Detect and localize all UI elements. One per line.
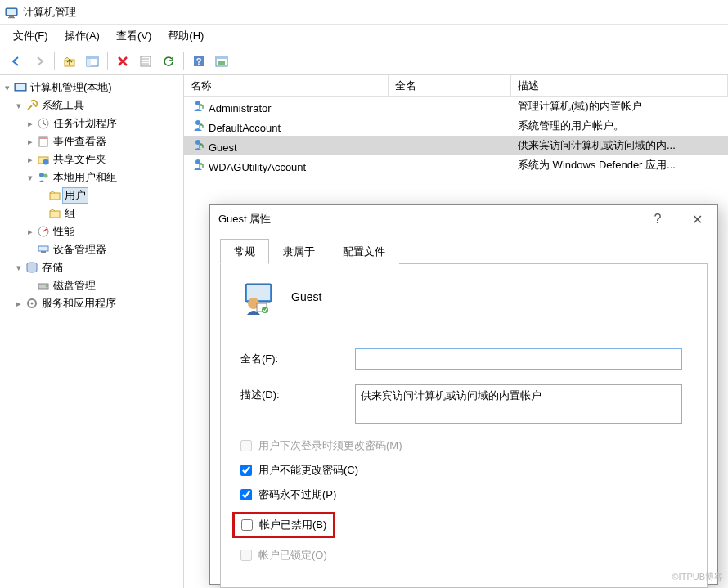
- user-icon: [191, 99, 205, 112]
- tree-label: 服务和应用程序: [39, 295, 119, 312]
- chk-neverexpire[interactable]: 密码永不过期(P): [240, 487, 687, 502]
- menu-file[interactable]: 文件(F): [5, 25, 56, 47]
- tree-users[interactable]: 用户: [2, 186, 182, 204]
- chk-disabled[interactable]: 帐户已禁用(B): [241, 518, 326, 532]
- svg-rect-41: [247, 285, 270, 300]
- tab-profile[interactable]: 配置文件: [329, 239, 399, 264]
- chk-neverexpire-label: 密码永不过期(P): [258, 487, 336, 502]
- svg-point-25: [44, 174, 48, 178]
- cell-fullname: [389, 164, 511, 167]
- chk-disabled-label: 帐户已禁用(B): [259, 518, 326, 532]
- username-label: Guest: [291, 290, 321, 303]
- tab-memberof[interactable]: 隶属于: [269, 239, 329, 264]
- list-header: 名称 全名 描述: [184, 75, 728, 97]
- show-hide-tree-button[interactable]: [83, 52, 102, 71]
- tree-groups[interactable]: 组: [2, 204, 182, 222]
- window-title: 计算机管理: [23, 5, 76, 20]
- forward-button[interactable]: [29, 52, 49, 71]
- svg-rect-26: [50, 193, 60, 200]
- cell-name: Administrator: [209, 102, 272, 114]
- users-icon: [36, 171, 51, 184]
- folder-share-icon: [36, 153, 51, 166]
- cell-fullname: [389, 144, 511, 147]
- svg-point-43: [262, 307, 268, 313]
- refresh-button[interactable]: [159, 52, 178, 71]
- col-desc[interactable]: 描述: [511, 75, 728, 97]
- help-button[interactable]: ?: [645, 212, 670, 227]
- separator: [54, 52, 55, 70]
- fullname-input[interactable]: [355, 348, 682, 370]
- chk-locked-box: [240, 550, 252, 561]
- back-button[interactable]: [7, 52, 26, 71]
- tab-general[interactable]: 常规: [220, 239, 269, 264]
- svg-rect-1: [7, 9, 16, 15]
- desc-label: 描述(D):: [240, 384, 355, 402]
- tree-sharedfolders[interactable]: ▸ 共享文件夹: [2, 150, 182, 168]
- col-name[interactable]: 名称: [184, 75, 389, 97]
- tree-tasksched[interactable]: ▸ 任务计划程序: [2, 114, 182, 132]
- tree-localusers[interactable]: ▾ 本地用户和组: [2, 168, 182, 186]
- tree-root[interactable]: ▾ 计算机管理(本地): [2, 79, 182, 97]
- tree-storage[interactable]: ▾ 存储: [2, 258, 182, 276]
- close-button[interactable]: ✕: [685, 212, 709, 227]
- collapse-icon[interactable]: ▾: [25, 173, 36, 183]
- collapse-icon[interactable]: ▾: [13, 263, 25, 273]
- menu-action[interactable]: 操作(A): [56, 25, 108, 47]
- list-row[interactable]: WDAGUtilityAccount系统为 Windows Defender 应…: [184, 155, 728, 175]
- collapse-icon[interactable]: ▾: [13, 101, 25, 111]
- delete-button[interactable]: [113, 52, 133, 71]
- chk-mustchange-label: 用户下次登录时须更改密码(M): [258, 438, 402, 453]
- chk-cantchange-box[interactable]: [240, 465, 252, 476]
- svg-rect-7: [87, 59, 91, 66]
- list-row[interactable]: Guest供来宾访问计算机或访问域的内...: [184, 136, 728, 155]
- computer-mgmt-icon: [13, 81, 28, 94]
- list-row[interactable]: Administrator管理计算机(域)的内置帐户: [184, 97, 728, 116]
- list-row[interactable]: DefaultAccount系统管理的用户帐户。: [184, 116, 728, 136]
- dialog-titlebar[interactable]: Guest 属性 ? ✕: [210, 205, 717, 233]
- tree-label: 组: [62, 205, 78, 222]
- expand-icon[interactable]: ▸: [25, 119, 36, 129]
- expand-icon[interactable]: ▸: [13, 298, 25, 309]
- folder-icon: [47, 207, 62, 220]
- tree-label: 任务计划程序: [51, 115, 119, 132]
- menu-help[interactable]: 帮助(H): [160, 25, 212, 47]
- svg-point-36: [195, 101, 200, 105]
- cell-fullname: [389, 105, 511, 108]
- expand-icon[interactable]: ▸: [25, 137, 36, 147]
- tree-label: 本地用户和组: [51, 169, 119, 186]
- device-icon: [36, 243, 51, 256]
- app-icon: [5, 6, 18, 19]
- expand-icon[interactable]: ▸: [25, 227, 36, 237]
- tree-eventviewer[interactable]: ▸ 事件查看器: [2, 132, 182, 150]
- separator: [183, 52, 184, 70]
- settings-button[interactable]: [212, 52, 231, 71]
- chk-neverexpire-box[interactable]: [240, 489, 252, 500]
- help-button[interactable]: ?: [189, 52, 209, 71]
- tab-strip: 常规 隶属于 配置文件: [220, 238, 708, 264]
- desc-input[interactable]: [355, 384, 682, 424]
- chk-locked: 帐户已锁定(O): [240, 548, 687, 563]
- svg-point-38: [195, 140, 200, 145]
- chk-disabled-box[interactable]: [241, 519, 253, 531]
- col-fullname[interactable]: 全名: [389, 75, 511, 97]
- chk-cantchange[interactable]: 用户不能更改密码(C): [240, 463, 687, 478]
- expand-icon[interactable]: ▸: [25, 155, 36, 165]
- up-button[interactable]: [60, 52, 79, 71]
- user-icon: [191, 119, 205, 132]
- event-icon: [36, 135, 51, 148]
- user-icon: [191, 158, 205, 171]
- tree-perf[interactable]: ▸ 性能: [2, 222, 182, 240]
- clock-icon: [36, 117, 51, 130]
- tree-systools[interactable]: ▾ 系统工具: [2, 97, 182, 114]
- svg-rect-16: [218, 61, 225, 65]
- tree-devmgr[interactable]: 设备管理器: [2, 240, 182, 258]
- collapse-icon[interactable]: ▾: [2, 83, 13, 93]
- tree-services[interactable]: ▸ 服务和应用程序: [2, 294, 182, 312]
- menu-view[interactable]: 查看(V): [108, 25, 160, 47]
- toolbar: ?: [0, 47, 728, 75]
- svg-point-37: [195, 120, 200, 125]
- tree-diskmgmt[interactable]: 磁盘管理: [2, 276, 182, 294]
- nav-tree[interactable]: ▾ 计算机管理(本地) ▾ 系统工具 ▸ 任务计划程序 ▸ 事件查看器 ▸ 共享…: [0, 75, 184, 588]
- properties-button[interactable]: [136, 52, 155, 71]
- title-bar: 计算机管理: [0, 0, 728, 25]
